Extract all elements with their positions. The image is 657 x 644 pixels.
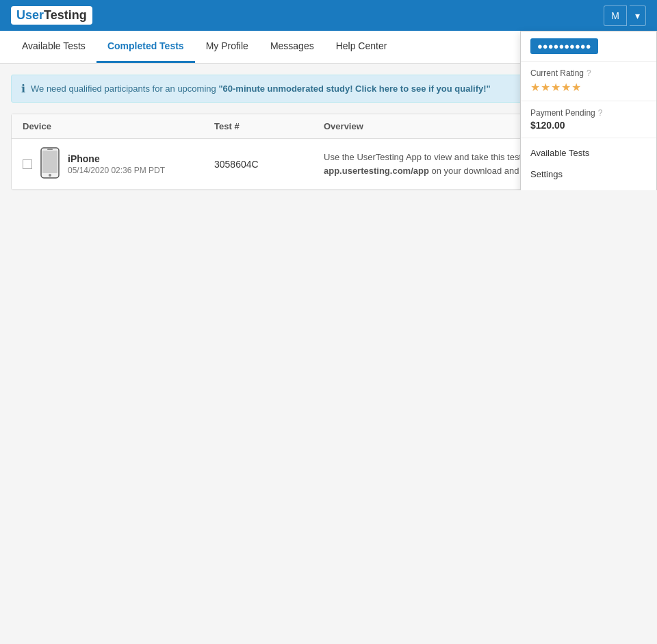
dropdown-arrow-icon: ▾	[635, 10, 640, 21]
nav-available-tests[interactable]: Available Tests	[11, 31, 96, 63]
payment-amount: $120.00	[530, 120, 647, 131]
header-test-num: Test #	[214, 121, 324, 131]
rating-info-icon[interactable]: ?	[587, 68, 591, 78]
nav-my-profile[interactable]: My Profile	[195, 31, 259, 63]
user-menu-button[interactable]: M	[604, 5, 627, 26]
menu-available-tests-label: Available Tests	[530, 148, 589, 158]
logo: User Testing	[11, 6, 92, 25]
header-device: Device	[23, 121, 214, 131]
device-cell: iPhone 05/14/2020 02:36 PM PDT	[23, 147, 214, 181]
payment-pending-text: Payment Pending	[530, 108, 595, 118]
logo-box: User Testing	[11, 6, 92, 25]
username-display: ●●●●●●●●●●	[530, 38, 598, 54]
overview-link[interactable]: app.usertesting.com/app	[324, 166, 429, 176]
nav-my-profile-label: My Profile	[206, 40, 248, 51]
nav-help-center-label: Help Center	[336, 40, 387, 51]
nav-completed-tests-label: Completed Tests	[107, 40, 184, 51]
nav-messages-label: Messages	[270, 40, 314, 51]
payment-info-icon[interactable]: ?	[598, 108, 603, 118]
device-date: 05/14/2020 02:36 PM PDT	[68, 166, 165, 175]
rating-label: Current Rating ?	[530, 68, 647, 78]
logo-testing-text: Testing	[44, 8, 87, 23]
device-icon	[40, 147, 60, 181]
device-name: iPhone	[68, 153, 165, 164]
nav-available-tests-label: Available Tests	[22, 40, 86, 51]
logo-user-text: User	[16, 8, 44, 23]
menu-support-center[interactable]: Support Center ↗	[521, 185, 656, 190]
row-checkbox[interactable]	[23, 159, 32, 169]
svg-rect-3	[47, 149, 53, 151]
menu-settings-label: Settings	[530, 169, 563, 179]
menu-settings[interactable]: Settings	[521, 164, 656, 185]
rating-section: Current Rating ? ★★★★★	[521, 62, 656, 101]
payment-section: Payment Pending ? $120.00	[521, 101, 656, 138]
nav-messages[interactable]: Messages	[259, 31, 325, 63]
dropdown-menu: ●●●●●●●●●● Current Rating ? ★★★★★ Paymen…	[520, 31, 657, 190]
test-number: 3058604C	[214, 159, 324, 170]
menu-links: Available Tests Settings Support Center …	[521, 138, 656, 190]
nav-help-center[interactable]: Help Center	[325, 31, 398, 63]
header-right: M ▾	[604, 5, 646, 26]
rating-stars: ★★★★★	[530, 81, 647, 94]
payment-label: Payment Pending ?	[530, 108, 647, 118]
header: User Testing M ▾ ●●●●●●●●●● Current Rati…	[0, 0, 657, 31]
alert-text: We need qualified participants for an up…	[31, 83, 491, 94]
dropdown-username-section: ●●●●●●●●●●	[521, 31, 656, 62]
user-initial: M	[611, 10, 619, 21]
device-info: iPhone 05/14/2020 02:36 PM PDT	[68, 153, 165, 175]
alert-link[interactable]: "60-minute unmoderated study! Click here…	[218, 83, 490, 94]
dropdown-arrow-button[interactable]: ▾	[630, 5, 646, 26]
alert-info-icon: ℹ	[21, 82, 25, 95]
current-rating-text: Current Rating	[530, 68, 584, 78]
svg-rect-1	[42, 151, 57, 173]
menu-available-tests[interactable]: Available Tests	[521, 142, 656, 164]
svg-point-2	[49, 174, 51, 177]
nav-completed-tests[interactable]: Completed Tests	[96, 31, 195, 63]
